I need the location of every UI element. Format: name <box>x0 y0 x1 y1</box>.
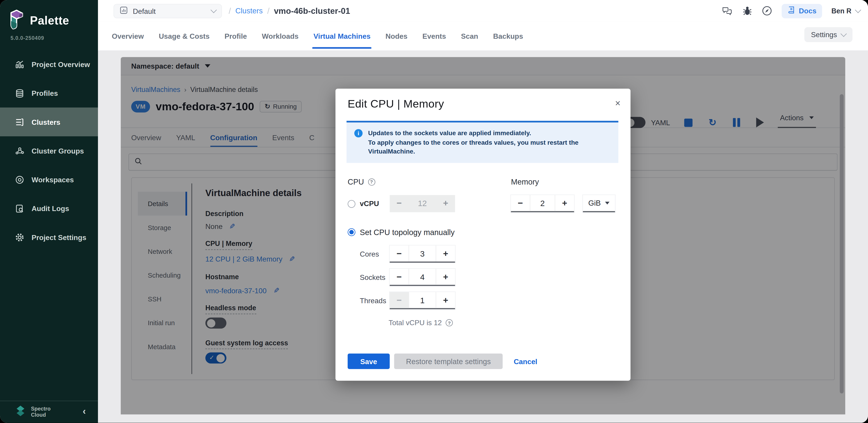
threads-increment-button[interactable]: + <box>436 292 455 308</box>
tab-workloads[interactable]: Workloads <box>262 22 299 50</box>
sockets-decrement-button[interactable]: − <box>390 269 408 285</box>
config-nav-ssh[interactable]: SSH <box>138 287 187 311</box>
cancel-button[interactable]: Cancel <box>514 354 537 369</box>
tab-virtual-machines[interactable]: Virtual Machines <box>314 22 371 50</box>
info-line-2: To apply changes to the cores or threads… <box>368 139 579 155</box>
tab-events[interactable]: Events <box>422 22 446 50</box>
vcpu-radio-row[interactable]: vCPU <box>348 199 379 208</box>
user-menu[interactable]: Ben R <box>831 7 860 15</box>
chevron-down-icon <box>855 6 861 13</box>
restore-template-button[interactable]: Restore template settings <box>394 354 503 369</box>
vcpu-decrement-button[interactable]: − <box>390 195 408 211</box>
project-selector[interactable]: Default <box>114 4 222 18</box>
sidebar-item-project-settings[interactable]: Project Settings <box>0 223 98 252</box>
virtualmachines-link[interactable]: VirtualMachines <box>131 86 180 93</box>
tab-usage-costs[interactable]: Usage & Costs <box>159 22 210 50</box>
tab-profile[interactable]: Profile <box>224 22 247 50</box>
hostname-label: Hostname <box>206 273 239 281</box>
topology-radio-row[interactable]: Set CPU topology manually <box>348 228 455 237</box>
info-icon: i <box>354 129 363 137</box>
close-icon[interactable]: × <box>615 99 621 108</box>
total-help-icon[interactable]: ? <box>446 319 453 327</box>
vm-tab-truncated[interactable]: C <box>309 128 314 147</box>
tab-scan[interactable]: Scan <box>461 22 478 50</box>
sidebar-item-cluster-groups[interactable]: Cluster Groups <box>0 136 98 165</box>
stop-vm-icon[interactable] <box>684 118 693 126</box>
project-selector-value: Default <box>133 7 206 16</box>
docs-button[interactable]: Docs <box>782 4 822 18</box>
cpu-memory-value[interactable]: 12 CPU | 2 GiB Memory ✎ <box>206 255 295 263</box>
play-vm-icon[interactable] <box>756 117 764 128</box>
threads-stepper: − 1 + <box>390 292 455 309</box>
guest-log-toggle[interactable]: ✓ <box>206 352 226 363</box>
restart-vm-icon[interactable]: ↻ <box>709 118 716 126</box>
tab-overview[interactable]: Overview <box>112 22 144 50</box>
tab-backups[interactable]: Backups <box>493 22 523 50</box>
top-bar: Default / Clusters / vmo-46b-cluster-01 <box>98 0 868 22</box>
sidebar-item-label: Profiles <box>31 89 58 97</box>
sidebar-item-audit-logs[interactable]: Audit Logs <box>0 194 98 223</box>
edit-description-icon[interactable]: ✎ <box>229 222 235 230</box>
sidebar-item-profiles[interactable]: Profiles <box>0 79 98 107</box>
memory-decrement-button[interactable]: − <box>511 195 530 211</box>
memory-increment-button[interactable]: + <box>555 195 574 211</box>
vm-tab-events[interactable]: Events <box>272 128 294 147</box>
chevron-down-icon <box>840 30 847 37</box>
vm-tab-yaml[interactable]: YAML <box>176 128 195 147</box>
compass-icon[interactable] <box>762 5 772 16</box>
vm-breadcrumb-current: VirtualMachine details <box>190 86 258 93</box>
vm-tab-overview[interactable]: Overview <box>131 128 161 147</box>
sockets-increment-button[interactable]: + <box>436 269 455 285</box>
info-line-1: Updates to the sockets value are applied… <box>368 130 531 136</box>
vm-tab-configuration[interactable]: Configuration <box>210 128 257 147</box>
namespace-selector[interactable]: Namespace: default <box>121 57 845 76</box>
edit-cpu-memory-icon[interactable]: ✎ <box>289 255 295 263</box>
sidebar-item-clusters[interactable]: Clusters <box>0 108 98 136</box>
config-nav-initial-run[interactable]: Initial run <box>138 311 187 335</box>
threads-decrement-button[interactable]: − <box>390 292 408 308</box>
vcpu-radio[interactable] <box>348 200 355 207</box>
headless-mode-toggle[interactable] <box>206 317 226 329</box>
sockets-stepper: − 4 + <box>390 269 455 286</box>
project-chart-icon <box>120 6 128 16</box>
workspaces-icon <box>15 175 25 184</box>
user-name: Ben R <box>831 7 851 15</box>
description-value: None ✎ <box>206 222 235 230</box>
cpu-section-label: CPU ? <box>348 177 375 186</box>
panel-divider <box>192 184 192 374</box>
config-nav-metadata[interactable]: Metadata <box>138 335 187 359</box>
sidebar-collapse-icon[interactable]: ‹ <box>83 406 86 418</box>
feedback-chat-icon[interactable] <box>722 5 732 16</box>
topology-radio[interactable] <box>348 228 355 236</box>
memory-unit-select[interactable]: GiB <box>583 195 615 212</box>
sidebar-item-project-overview[interactable]: Project Overview <box>0 50 98 79</box>
version-label: 5.0.0-250409 <box>10 35 44 41</box>
memory-unit-value: GiB <box>588 199 601 207</box>
hostname-value[interactable]: vmo-fedora-37-100 ✎ <box>206 286 279 295</box>
settings-button[interactable]: Settings <box>804 27 852 42</box>
cores-increment-button[interactable]: + <box>436 246 455 261</box>
cores-decrement-button[interactable]: − <box>390 246 408 261</box>
vcpu-increment-button[interactable]: + <box>436 195 455 211</box>
total-vcpu-note: Total vCPU is 12 ? <box>389 319 453 327</box>
sockets-value: 4 <box>408 269 436 285</box>
actions-dropdown[interactable]: Actions <box>778 111 816 128</box>
bug-report-icon[interactable] <box>742 5 752 16</box>
config-nav-network[interactable]: Network <box>138 239 187 263</box>
check-icon: ✓ <box>209 354 214 361</box>
breadcrumb-clusters-link[interactable]: Clusters <box>235 6 262 15</box>
save-button[interactable]: Save <box>348 354 390 369</box>
config-nav-scheduling[interactable]: Scheduling <box>138 263 187 287</box>
config-nav-storage[interactable]: Storage <box>138 216 187 239</box>
sidebar-item-label: Project Overview <box>31 60 90 68</box>
tab-nodes[interactable]: Nodes <box>385 22 407 50</box>
sidebar-item-workspaces[interactable]: Workspaces <box>0 165 98 194</box>
sidebar-nav: Project Overview Profiles Clusters <box>0 50 98 252</box>
caret-down-icon <box>809 116 814 119</box>
pause-vm-icon[interactable] <box>733 118 740 127</box>
cpu-help-icon[interactable]: ? <box>368 178 375 186</box>
caret-down-icon <box>605 202 610 204</box>
card-scrollbar[interactable] <box>840 94 843 393</box>
config-nav-details[interactable]: Details <box>138 192 187 216</box>
edit-hostname-icon[interactable]: ✎ <box>273 286 279 295</box>
